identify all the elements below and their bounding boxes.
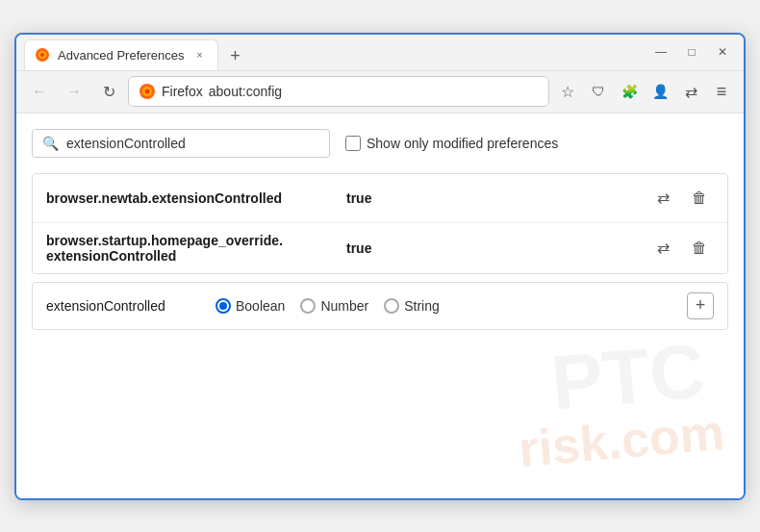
tab-firefox-icon bbox=[35, 47, 50, 63]
page-content: PTC risk.com 🔍 Show only modified prefer… bbox=[16, 114, 744, 498]
svg-point-2 bbox=[40, 53, 44, 57]
reset-icon-2: ⇄ bbox=[657, 239, 670, 257]
active-tab[interactable]: Advanced Preferences × bbox=[24, 39, 218, 70]
profile-icon[interactable]: 👤 bbox=[646, 77, 674, 106]
search-input[interactable] bbox=[66, 136, 319, 151]
search-icon: 🔍 bbox=[42, 136, 59, 151]
delete-button-1[interactable]: 🗑 bbox=[685, 184, 714, 213]
window-controls: — □ ✕ bbox=[647, 38, 736, 65]
title-bar: Advanced Preferences × + — □ ✕ bbox=[16, 35, 744, 71]
radio-boolean[interactable]: Boolean bbox=[215, 298, 285, 314]
radio-number-label: Number bbox=[320, 298, 368, 314]
extension-icon[interactable]: 🧩 bbox=[615, 77, 644, 106]
radio-boolean-circle bbox=[215, 298, 231, 314]
bookmark-icon[interactable]: ☆ bbox=[553, 77, 582, 106]
shield-icon[interactable]: 🛡 bbox=[584, 77, 613, 106]
search-box[interactable]: 🔍 bbox=[32, 129, 330, 158]
type-radio-group: Boolean Number String bbox=[215, 298, 440, 314]
delete-icon-1: 🗑 bbox=[692, 190, 707, 207]
refresh-icon: ↻ bbox=[103, 83, 115, 101]
add-preference-button[interactable]: + bbox=[687, 292, 714, 319]
new-tab-button[interactable]: + bbox=[222, 43, 249, 70]
radio-boolean-label: Boolean bbox=[236, 298, 285, 314]
nav-bar: ← → ↻ Firefox about:config ☆ 🛡 bbox=[16, 71, 744, 114]
pref-value-2: true bbox=[346, 241, 637, 256]
pref-name-2: browser.startup.homepage_override. exten… bbox=[46, 233, 335, 264]
show-modified-label: Show only modified preferences bbox=[367, 136, 558, 151]
delete-button-2[interactable]: 🗑 bbox=[685, 234, 714, 263]
new-pref-row: extensionControlled Boolean Number Strin… bbox=[32, 282, 728, 330]
search-row: 🔍 Show only modified preferences bbox=[32, 129, 728, 158]
tab-area: Advanced Preferences × + bbox=[24, 35, 640, 70]
menu-icon[interactable]: ≡ bbox=[707, 77, 736, 106]
reset-button-1[interactable]: ⇄ bbox=[648, 184, 677, 213]
forward-button[interactable]: → bbox=[59, 76, 89, 107]
show-modified-checkbox-label[interactable]: Show only modified preferences bbox=[345, 136, 558, 151]
pref-name-1: browser.newtab.extensionControlled bbox=[46, 190, 335, 206]
table-row: browser.startup.homepage_override. exten… bbox=[33, 223, 727, 273]
close-button[interactable]: ✕ bbox=[709, 38, 736, 65]
url-display: about:config bbox=[209, 84, 282, 99]
delete-icon-2: 🗑 bbox=[692, 240, 707, 257]
watermark-orange: risk.com bbox=[517, 402, 726, 477]
radio-number[interactable]: Number bbox=[300, 298, 368, 314]
preferences-table: browser.newtab.extensionControlled true … bbox=[32, 173, 728, 274]
sync-icon[interactable]: ⇄ bbox=[676, 77, 705, 106]
svg-point-5 bbox=[145, 89, 150, 94]
maximize-button[interactable]: □ bbox=[678, 38, 705, 65]
reset-button-2[interactable]: ⇄ bbox=[648, 234, 677, 263]
tab-title: Advanced Preferences bbox=[58, 48, 185, 63]
new-pref-name: extensionControlled bbox=[46, 298, 200, 314]
firefox-logo-icon bbox=[139, 83, 156, 100]
back-icon: ← bbox=[32, 83, 47, 100]
radio-string-label: String bbox=[404, 298, 440, 314]
add-icon: + bbox=[696, 295, 706, 316]
table-row: browser.newtab.extensionControlled true … bbox=[33, 174, 727, 223]
pref-actions-2: ⇄ 🗑 bbox=[648, 234, 714, 263]
radio-number-circle bbox=[300, 298, 316, 314]
refresh-button[interactable]: ↻ bbox=[93, 76, 124, 107]
back-button[interactable]: ← bbox=[24, 76, 55, 107]
radio-string[interactable]: String bbox=[384, 298, 440, 314]
pref-actions-1: ⇄ 🗑 bbox=[648, 184, 714, 213]
tab-close-button[interactable]: × bbox=[192, 47, 208, 63]
reset-icon-1: ⇄ bbox=[657, 189, 670, 207]
nav-icons-right: ☆ 🛡 🧩 👤 ⇄ ≡ bbox=[553, 77, 736, 106]
minimize-button[interactable]: — bbox=[647, 38, 674, 65]
browser-name-label: Firefox bbox=[162, 84, 203, 99]
radio-string-circle bbox=[384, 298, 399, 314]
address-bar[interactable]: Firefox about:config bbox=[128, 76, 549, 107]
pref-value-1: true bbox=[346, 190, 637, 206]
show-modified-checkbox[interactable] bbox=[345, 136, 361, 151]
forward-icon: → bbox=[66, 83, 82, 100]
watermark-text: PTC bbox=[547, 326, 708, 428]
